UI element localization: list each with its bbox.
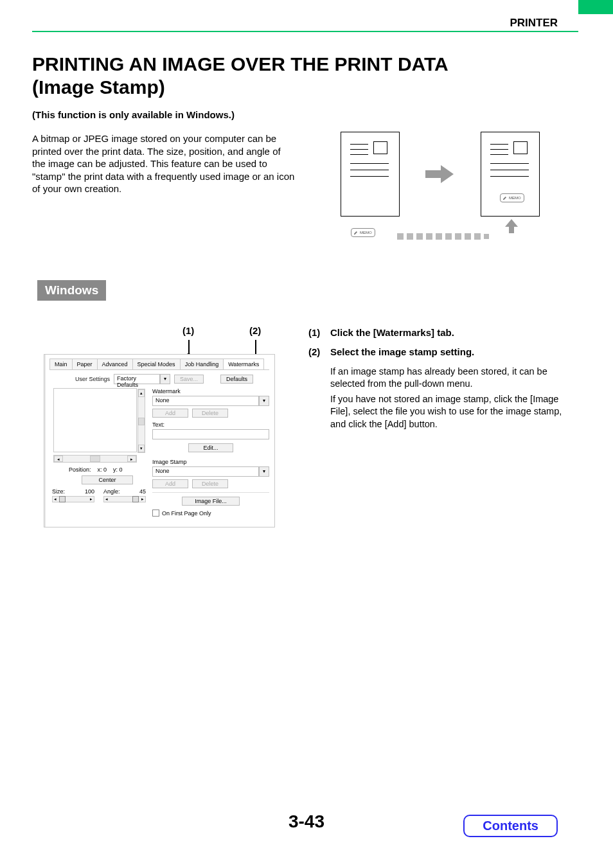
top-band [0, 0, 613, 14]
pos-y-label: y: [113, 466, 118, 473]
page-title: PRINTING AN IMAGE OVER THE PRINT DATA (I… [32, 53, 449, 99]
image-stamp-delete-button[interactable]: Delete [192, 479, 228, 488]
dots-trail [397, 233, 489, 240]
green-corner-strip [578, 0, 613, 14]
memo-stamp-on-doc: MEMO [500, 193, 524, 202]
pos-x-label: x: [98, 466, 102, 473]
memo-label: MEMO [360, 231, 372, 235]
tab-main[interactable]: Main [49, 359, 73, 369]
image-stamp-add-button[interactable]: Add [152, 479, 188, 488]
pos-y-val: 0 [120, 466, 123, 473]
memo-stamp-source: MEMO [351, 228, 375, 237]
pencil-icon [502, 195, 508, 200]
angle-value: 45 [139, 488, 146, 495]
instruction-steps: (1) Click the [Watermarks] tab. (2) Sele… [308, 326, 578, 430]
scroll-down-icon[interactable]: ▾ [138, 445, 145, 452]
contents-link[interactable]: Contents [463, 815, 558, 837]
step-2-body-2: If you have not stored an image stamp, c… [330, 393, 578, 431]
angle-label: Angle: [103, 488, 120, 495]
watermark-delete-button[interactable]: Delete [192, 409, 228, 418]
dialog-tabs: Main Paper Advanced Special Modes Job Ha… [49, 359, 269, 370]
arrow-up-icon [505, 219, 518, 233]
scroll-right-icon[interactable]: ▸ [127, 456, 136, 462]
pencil-icon [353, 230, 359, 235]
dialog-right-col: Watermark None ▾ Add Delete Text: Edit..… [152, 388, 269, 517]
center-button[interactable]: Center [82, 475, 133, 484]
scroll-thumb[interactable] [90, 456, 100, 462]
doc-before [341, 132, 400, 217]
printer-dialog: Main Paper Advanced Special Modes Job Ha… [44, 354, 275, 527]
step-2-num: (2) [308, 346, 330, 359]
tab-paper[interactable]: Paper [72, 359, 98, 369]
arrow-right-icon [425, 165, 454, 183]
memo-label: MEMO [509, 196, 521, 200]
watermark-add-button[interactable]: Add [152, 409, 188, 418]
position-row: Position: x: 0 y: 0 [69, 466, 146, 473]
section-header: PRINTER [510, 17, 558, 30]
angle-slider[interactable]: ◂▸ [103, 496, 146, 502]
first-page-only-label: On First Page Only [162, 510, 211, 517]
svg-marker-0 [425, 165, 454, 183]
intro-paragraph: A bitmap or JPEG image stored on your co… [32, 132, 296, 195]
size-slider[interactable]: ◂▸ [52, 496, 94, 502]
dialog-panel: (1) (2) Main Paper Advanced Special Mode… [44, 329, 280, 529]
callout-2-num: (2) [249, 325, 261, 336]
vertical-scrollbar[interactable]: ▴ ▾ [138, 389, 145, 453]
horizontal-scrollbar[interactable]: ◂ ▸ [53, 455, 137, 463]
illustration: MEMO MEMO [328, 132, 553, 247]
chevron-down-icon[interactable]: ▾ [259, 466, 269, 477]
size-value: 100 [85, 488, 94, 495]
edit-button[interactable]: Edit... [188, 443, 233, 452]
callout-row: (1) (2) [44, 326, 280, 342]
title-line-2: (Image Stamp) [32, 76, 165, 98]
chevron-down-icon[interactable]: ▾ [259, 396, 269, 406]
header-rule [32, 31, 578, 32]
watermark-group-label: Watermark [152, 388, 269, 394]
image-stamp-group-label: Image Stamp [152, 459, 269, 465]
tab-job-handling[interactable]: Job Handling [180, 359, 224, 369]
dialog-left-col: ▴ ▾ ◂ ▸ Position: x: 0 y: 0 Center [49, 388, 146, 517]
user-settings-row: User Settings Factory Defaults ▾ Save...… [75, 374, 269, 384]
callout-1-num: (1) [182, 325, 194, 336]
step-1-num: (1) [308, 326, 330, 339]
preview-box: ▴ ▾ [53, 388, 137, 452]
user-settings-combo[interactable]: Factory Defaults [114, 374, 160, 384]
pos-x-val: 0 [103, 466, 107, 473]
svg-marker-1 [505, 219, 518, 233]
watermark-text-input[interactable] [152, 429, 269, 439]
scroll-thumb[interactable] [138, 418, 145, 425]
callout-1-line [188, 340, 190, 354]
scroll-left-icon[interactable]: ◂ [54, 456, 63, 462]
save-button[interactable]: Save... [174, 375, 204, 384]
watermark-combo[interactable]: None [152, 396, 259, 406]
defaults-button[interactable]: Defaults [220, 375, 253, 384]
doc-after [481, 132, 540, 217]
os-chip-windows: Windows [37, 280, 106, 301]
image-file-button[interactable]: Image File... [182, 497, 240, 506]
chevron-down-icon[interactable]: ▾ [160, 374, 170, 384]
tab-advanced[interactable]: Advanced [97, 359, 133, 369]
size-label: Size: [52, 488, 65, 495]
tab-special-modes[interactable]: Special Modes [132, 359, 181, 369]
user-settings-label: User Settings [75, 376, 110, 382]
step-2-title: Select the image stamp setting. [330, 346, 474, 359]
scroll-up-icon[interactable]: ▴ [138, 389, 145, 397]
tab-watermarks[interactable]: Watermarks [223, 359, 264, 369]
step-2-body-1: If an image stamp has already been store… [330, 366, 578, 391]
first-page-only-checkbox[interactable] [152, 509, 159, 517]
position-label: Position: [69, 466, 91, 473]
image-stamp-combo[interactable]: None [152, 466, 259, 477]
text-label: Text: [152, 421, 269, 428]
step-1-title: Click the [Watermarks] tab. [330, 326, 454, 339]
title-line-1: PRINTING AN IMAGE OVER THE PRINT DATA [32, 53, 449, 75]
page-subtitle: (This function is only available in Wind… [32, 109, 235, 120]
